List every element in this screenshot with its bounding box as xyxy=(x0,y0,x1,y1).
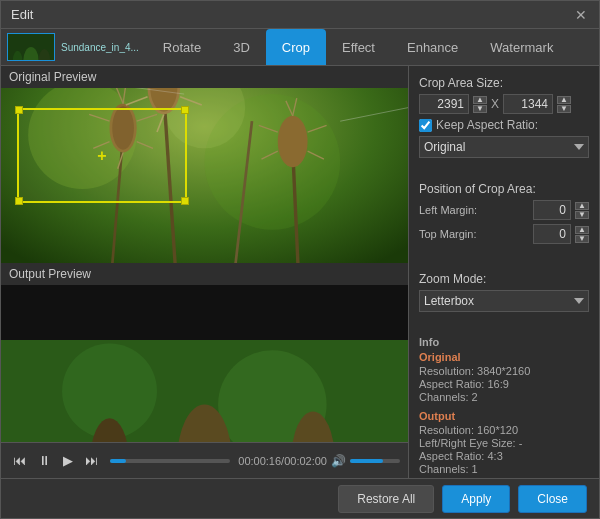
info-section: Info Original Resolution: 3840*2160 Aspe… xyxy=(419,336,589,476)
width-spinners: ▲ ▼ xyxy=(473,96,487,113)
svg-point-30 xyxy=(278,116,308,168)
crop-position-label: Position of Crop Area: xyxy=(419,182,589,196)
width-up-button[interactable]: ▲ xyxy=(473,96,487,104)
info-original-title: Original xyxy=(419,351,589,363)
output-video-svg xyxy=(1,340,408,442)
output-video-area xyxy=(1,285,408,442)
keep-aspect-label: Keep Aspect Ratio: xyxy=(436,118,538,132)
top-margin-row: Top Margin: ▲ ▼ xyxy=(419,224,589,244)
top-margin-input[interactable] xyxy=(533,224,571,244)
progress-bar[interactable] xyxy=(110,459,230,463)
width-down-button[interactable]: ▼ xyxy=(473,105,487,113)
info-output-aspect: Aspect Ratio: 4:3 xyxy=(419,450,589,462)
player-controls: ⏮ ⏸ ▶ ⏭ 00:00:16/00:02:00 🔊 xyxy=(1,442,408,478)
window-title: Edit xyxy=(11,7,33,22)
left-margin-label: Left Margin: xyxy=(419,204,529,216)
info-output-eye-size: Left/Right Eye Size: - xyxy=(419,437,589,449)
plant-svg xyxy=(1,88,408,263)
volume-bar[interactable] xyxy=(350,459,400,463)
prev-button[interactable]: ⏮ xyxy=(9,451,30,470)
zoom-mode-section: Zoom Mode: Letterbox Pan & Scan Full xyxy=(419,272,589,312)
tab-watermark[interactable]: Watermark xyxy=(474,29,569,65)
play-button[interactable]: ▶ xyxy=(59,451,77,470)
aspect-ratio-select[interactable]: Original 16:9 4:3 1:1 xyxy=(419,136,589,158)
crop-position-section: Position of Crop Area: Left Margin: ▲ ▼ … xyxy=(419,182,589,248)
next-button[interactable]: ⏭ xyxy=(81,451,102,470)
left-down-button[interactable]: ▼ xyxy=(575,211,589,219)
volume-fill xyxy=(350,459,383,463)
tab-bar: Rotate 3D Crop Effect Enhance Watermark xyxy=(147,29,599,65)
crop-width-input[interactable] xyxy=(419,94,469,114)
tab-crop[interactable]: Crop xyxy=(266,29,326,65)
tab-3d[interactable]: 3D xyxy=(217,29,266,65)
time-current: 00:00:16 xyxy=(238,455,281,467)
play-pause-button[interactable]: ⏸ xyxy=(34,451,55,470)
zoom-mode-select[interactable]: Letterbox Pan & Scan Full xyxy=(419,290,589,312)
original-preview-label: Original Preview xyxy=(1,66,408,88)
crop-area-size-label: Crop Area Size: xyxy=(419,76,589,90)
output-content xyxy=(1,340,408,442)
left-panel: Original Preview xyxy=(1,66,409,478)
original-preview-section: Original Preview xyxy=(1,66,408,263)
main-content: Original Preview xyxy=(1,66,599,478)
file-label: Sundance_in_4... xyxy=(61,42,139,53)
output-preview-label: Output Preview xyxy=(1,263,408,285)
time-total: 00:02:00 xyxy=(284,455,327,467)
tab-enhance[interactable]: Enhance xyxy=(391,29,474,65)
x-separator: X xyxy=(491,97,499,111)
original-video-bg: + xyxy=(1,88,408,263)
close-button[interactable]: Close xyxy=(518,485,587,513)
top-spinners: ▲ ▼ xyxy=(575,226,589,243)
height-up-button[interactable]: ▲ xyxy=(557,96,571,104)
svg-point-13 xyxy=(112,106,134,149)
info-output-title: Output xyxy=(419,410,589,422)
keep-aspect-checkbox[interactable] xyxy=(419,119,432,132)
top-up-button[interactable]: ▲ xyxy=(575,226,589,234)
keep-aspect-row: Keep Aspect Ratio: xyxy=(419,118,589,132)
left-margin-row: Left Margin: ▲ ▼ xyxy=(419,200,589,220)
left-up-button[interactable]: ▲ xyxy=(575,202,589,210)
progress-fill xyxy=(110,459,126,463)
original-video-area: + xyxy=(1,88,408,263)
crop-size-inputs: ▲ ▼ X ▲ ▼ xyxy=(419,94,589,114)
bottom-bar: Restore All Apply Close xyxy=(1,478,599,518)
left-margin-input[interactable] xyxy=(533,200,571,220)
info-original-resolution: Resolution: 3840*2160 xyxy=(419,365,589,377)
info-original-aspect: Aspect Ratio: 16:9 xyxy=(419,378,589,390)
height-down-button[interactable]: ▼ xyxy=(557,105,571,113)
output-video-bg xyxy=(1,285,408,442)
restore-all-button[interactable]: Restore All xyxy=(338,485,434,513)
info-original-channels: Channels: 2 xyxy=(419,391,589,403)
close-icon[interactable]: ✕ xyxy=(573,7,589,23)
crop-height-input[interactable] xyxy=(503,94,553,114)
tab-rotate[interactable]: Rotate xyxy=(147,29,217,65)
output-preview-section: Output Preview xyxy=(1,263,408,442)
height-spinners: ▲ ▼ xyxy=(557,96,571,113)
edit-window: Edit ✕ Sundance_in_4... Rotate 3D Crop E… xyxy=(0,0,600,519)
info-header: Info xyxy=(419,336,589,348)
tab-effect[interactable]: Effect xyxy=(326,29,391,65)
volume-icon: 🔊 xyxy=(331,454,346,468)
file-thumbnail[interactable] xyxy=(7,33,55,61)
zoom-mode-label: Zoom Mode: xyxy=(419,272,589,286)
apply-button[interactable]: Apply xyxy=(442,485,510,513)
right-panel: Crop Area Size: ▲ ▼ X ▲ ▼ Ke xyxy=(409,66,599,478)
info-output-resolution: Resolution: 160*120 xyxy=(419,424,589,436)
crop-area-size-section: Crop Area Size: ▲ ▼ X ▲ ▼ Ke xyxy=(419,76,589,158)
top-down-button[interactable]: ▼ xyxy=(575,235,589,243)
top-margin-label: Top Margin: xyxy=(419,228,529,240)
title-bar: Edit ✕ xyxy=(1,1,599,29)
info-output-channels: Channels: 1 xyxy=(419,463,589,475)
time-display: 00:00:16/00:02:00 xyxy=(238,455,327,467)
left-spinners: ▲ ▼ xyxy=(575,202,589,219)
